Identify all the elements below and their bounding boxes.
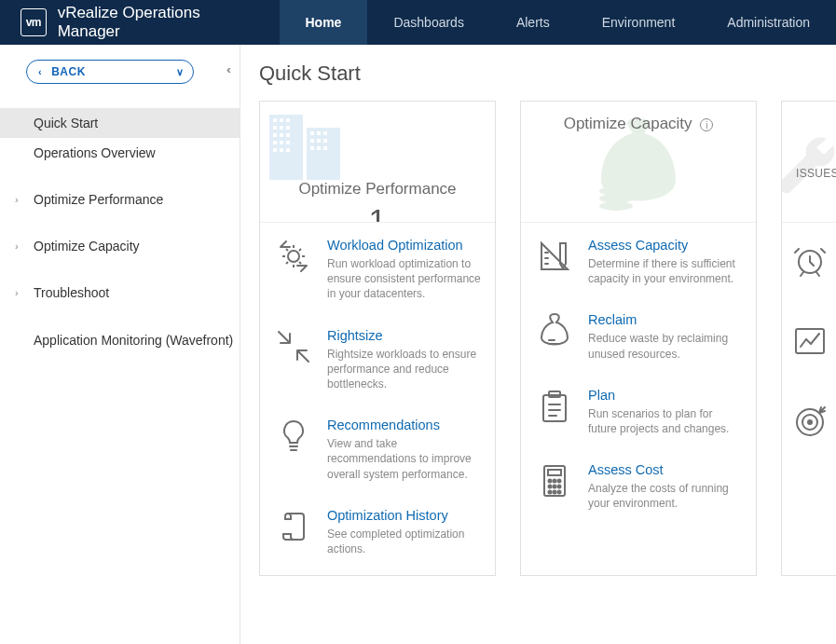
sidebar: ‹ BACK ∨ ‹‹ Quick Start Operations Overv… — [0, 45, 240, 644]
feature-rightsize: Rightsize Rightsize workloads to ensure … — [273, 328, 482, 392]
alarm-clock-icon — [791, 241, 836, 281]
chevron-right-icon: › — [15, 194, 19, 205]
sidebar-item-troubleshoot[interactable]: › Troubleshoot — [0, 278, 240, 308]
feature-title[interactable]: Workload Optimization — [327, 238, 482, 253]
sidebar-item-label: Operations Overview — [34, 145, 156, 160]
back-dropdown-icon: ∨ — [176, 66, 185, 78]
svg-rect-7 — [548, 470, 561, 475]
sidebar-item-optimize-performance[interactable]: › Optimize Performance — [0, 185, 240, 214]
feature-title[interactable]: Plan — [588, 388, 743, 403]
sidebar-item-label: Application Monitoring (Wavefront) — [34, 332, 233, 349]
feature-title[interactable]: Reclaim — [588, 312, 743, 327]
feature-desc: Reduce waste by reclaiming unused resour… — [588, 331, 743, 361]
quick-start-cards: Optimize Performance 1 DATACENTERS REQUI… — [259, 101, 836, 576]
chevron-right-icon: › — [15, 240, 19, 252]
issues-label: ISSUES — [782, 102, 836, 180]
sidebar-item-label: Optimize Performance — [34, 192, 163, 207]
card-header: Optimize Performance 1 DATACENTERS REQUI… — [260, 102, 495, 223]
tab-alerts[interactable]: Alerts — [490, 0, 576, 45]
product-title: vRealize Operations Manager — [58, 4, 250, 41]
feature-desc: Rightsize workloads to ensure performanc… — [327, 347, 482, 392]
back-caret-icon: ‹ — [38, 66, 42, 77]
buildings-illustration — [269, 115, 495, 180]
feature-title[interactable]: Assess Cost — [588, 462, 743, 477]
feature-optimization-history: Optimization History See completed optim… — [273, 508, 482, 556]
scroll-icon — [273, 508, 314, 556]
card-body — [782, 223, 836, 444]
card-body: Workload Optimization Run workload optim… — [260, 223, 495, 575]
svg-point-21 — [808, 420, 812, 424]
collapse-sidebar-icon[interactable]: ‹‹ — [226, 63, 228, 76]
card-optimize-capacity: Optimize Capacity i — [520, 101, 757, 576]
svg-point-12 — [554, 486, 556, 488]
svg-point-14 — [549, 491, 552, 494]
feature-desc: Analyze the costs of running your enviro… — [588, 481, 743, 511]
svg-point-9 — [554, 480, 556, 483]
card-troubleshoot: ISSUES — [781, 101, 836, 576]
feature-reclaim: Reclaim Reduce waste by reclaiming unuse… — [534, 312, 743, 361]
sidebar-item-label: Troubleshoot — [34, 285, 109, 300]
card-header: ISSUES — [782, 102, 836, 223]
svg-rect-18 — [796, 329, 824, 353]
sidebar-item-operations-overview[interactable]: Operations Overview — [0, 138, 240, 168]
tab-home[interactable]: Home — [280, 0, 368, 45]
tab-dashboards[interactable]: Dashboards — [367, 0, 490, 45]
main-content: Quick Start — [240, 45, 836, 644]
card-title: Optimize Capacity i — [521, 115, 756, 133]
sidebar-item-quick-start[interactable]: Quick Start — [0, 108, 240, 138]
line-chart-icon — [791, 322, 836, 363]
money-bag-illustration — [582, 118, 694, 223]
feature-plan: Plan Run scenarios to plan for future pr… — [534, 388, 743, 436]
vmware-logo: vm — [21, 8, 47, 36]
sidebar-item-app-monitoring[interactable]: Application Monitoring (Wavefront) — [0, 324, 240, 356]
svg-point-13 — [558, 486, 561, 488]
target-icon — [791, 404, 836, 444]
svg-point-3 — [599, 186, 633, 196]
calculator-icon — [534, 462, 575, 511]
feature-title[interactable]: Rightsize — [327, 328, 482, 343]
top-header: vm vRealize Operations Manager Home Dash… — [0, 0, 836, 45]
svg-point-15 — [554, 491, 556, 494]
tab-administration[interactable]: Administration — [701, 0, 836, 45]
page-title: Quick Start — [259, 62, 836, 86]
sidebar-item-label: Quick Start — [34, 116, 98, 130]
feature-desc: Determine if there is sufficient capacit… — [588, 256, 743, 286]
feature-desc: Run scenarios to plan for future project… — [588, 406, 743, 436]
svg-point-10 — [558, 480, 561, 483]
card-optimize-performance: Optimize Performance 1 DATACENTERS REQUI… — [259, 101, 496, 576]
feature-title[interactable]: Assess Capacity — [588, 238, 743, 253]
sidebar-item-optimize-capacity[interactable]: › Optimize Capacity — [0, 231, 240, 261]
feature-recommendations: Recommendations View and take recommenda… — [273, 418, 482, 482]
chevron-right-icon: › — [15, 287, 19, 298]
svg-point-8 — [549, 480, 552, 483]
sidebar-nav: Quick Start Operations Overview › Optimi… — [0, 108, 240, 356]
feature-workload-optimization: Workload Optimization Run workload optim… — [273, 238, 482, 302]
tab-environment[interactable]: Environment — [576, 0, 702, 45]
lightbulb-icon — [273, 418, 314, 482]
main-tabs: Home Dashboards Alerts Environment Admin… — [280, 0, 837, 45]
arrows-in-icon — [273, 328, 314, 392]
card-title: Optimize Performance — [260, 180, 495, 199]
feature-assess-capacity: Assess Capacity Determine if there is su… — [534, 238, 743, 286]
gear-cycle-icon — [273, 238, 314, 302]
info-icon[interactable]: i — [700, 118, 713, 131]
card-body: Assess Capacity Determine if there is su… — [521, 223, 756, 547]
svg-point-0 — [288, 251, 299, 262]
clipboard-icon — [534, 388, 575, 436]
ruler-pencil-icon — [534, 238, 575, 286]
sidebar-item-label: Optimize Capacity — [34, 239, 140, 253]
datacenter-count: 1 — [260, 202, 495, 223]
feature-title[interactable]: Optimization History — [327, 508, 482, 523]
back-button[interactable]: ‹ BACK ∨ — [26, 60, 194, 84]
bag-icon — [534, 312, 575, 361]
svg-point-11 — [549, 486, 552, 488]
feature-desc: View and take recommendations to improve… — [327, 436, 482, 482]
feature-desc: Run workload optimization to ensure cons… — [327, 256, 482, 302]
feature-title[interactable]: Recommendations — [327, 418, 482, 432]
svg-rect-4 — [543, 395, 566, 421]
svg-point-16 — [558, 491, 561, 494]
feature-desc: See completed optimization actions. — [327, 527, 482, 556]
card-header: Optimize Capacity i — [521, 102, 756, 223]
feature-assess-cost: Assess Cost Analyze the costs of running… — [534, 462, 743, 511]
back-label: BACK — [51, 65, 86, 78]
